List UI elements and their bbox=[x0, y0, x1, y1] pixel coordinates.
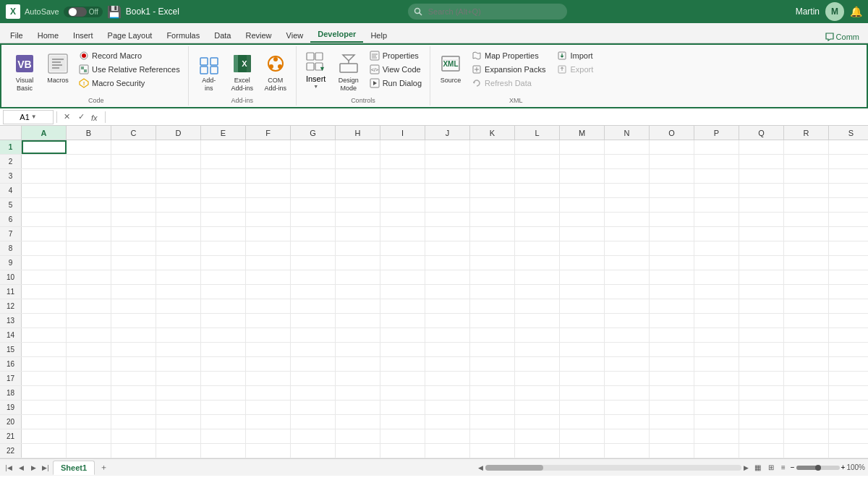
cell-B17[interactable] bbox=[67, 372, 111, 385]
import-button[interactable]: Import bbox=[553, 49, 597, 62]
cell-N3[interactable] bbox=[605, 169, 650, 183]
sheet-nav-prev[interactable]: ◀ bbox=[15, 462, 27, 474]
cell-N1[interactable] bbox=[605, 140, 650, 154]
cell-J19[interactable] bbox=[425, 401, 470, 414]
cell-R8[interactable] bbox=[784, 241, 829, 255]
cell-D14[interactable] bbox=[156, 328, 201, 342]
cell-P12[interactable] bbox=[694, 299, 739, 313]
cell-A12[interactable] bbox=[22, 299, 67, 313]
cell-C18[interactable] bbox=[111, 386, 156, 400]
cell-C15[interactable] bbox=[111, 343, 156, 356]
cell-F11[interactable] bbox=[246, 285, 291, 299]
cell-H15[interactable] bbox=[336, 343, 380, 356]
cell-S11[interactable] bbox=[829, 285, 868, 299]
cell-N2[interactable] bbox=[605, 155, 650, 168]
cell-L19[interactable] bbox=[515, 401, 560, 414]
cell-P7[interactable] bbox=[694, 227, 739, 241]
cell-L2[interactable] bbox=[515, 155, 560, 168]
cell-N6[interactable] bbox=[605, 213, 650, 226]
cell-Q14[interactable] bbox=[739, 328, 784, 342]
cell-O16[interactable] bbox=[650, 357, 694, 371]
cell-O14[interactable] bbox=[650, 328, 694, 342]
col-header-K[interactable]: K bbox=[470, 126, 515, 140]
cell-L6[interactable] bbox=[515, 213, 560, 226]
cell-N12[interactable] bbox=[605, 299, 650, 313]
cell-I11[interactable] bbox=[380, 285, 425, 299]
cell-C5[interactable] bbox=[111, 198, 156, 212]
cell-R1[interactable] bbox=[784, 140, 829, 154]
row-number-22[interactable]: 22 bbox=[0, 444, 22, 458]
cell-S20[interactable] bbox=[829, 415, 868, 429]
cell-H22[interactable] bbox=[336, 444, 380, 458]
row-number-19[interactable]: 19 bbox=[0, 401, 22, 414]
col-header-N[interactable]: N bbox=[605, 126, 650, 140]
macros-button[interactable]: Macros bbox=[42, 49, 74, 87]
cell-C8[interactable] bbox=[111, 241, 156, 255]
cell-A20[interactable] bbox=[22, 415, 67, 429]
cell-L20[interactable] bbox=[515, 415, 560, 429]
cell-J8[interactable] bbox=[425, 241, 470, 255]
cell-F18[interactable] bbox=[246, 386, 291, 400]
cell-H1[interactable] bbox=[336, 140, 380, 154]
cell-I20[interactable] bbox=[380, 415, 425, 429]
insert-button-top[interactable]: ▼ Insert bbox=[301, 49, 331, 84]
cell-G20[interactable] bbox=[291, 415, 336, 429]
cell-S3[interactable] bbox=[829, 169, 868, 183]
cell-B22[interactable] bbox=[67, 444, 111, 458]
cell-I5[interactable] bbox=[380, 198, 425, 212]
cell-E14[interactable] bbox=[201, 328, 246, 342]
cell-E21[interactable] bbox=[201, 429, 246, 443]
cell-Q6[interactable] bbox=[739, 213, 784, 226]
cell-K7[interactable] bbox=[470, 227, 515, 241]
cell-A9[interactable] bbox=[22, 256, 67, 270]
formula-input[interactable] bbox=[109, 110, 865, 124]
cell-D12[interactable] bbox=[156, 299, 201, 313]
cell-J18[interactable] bbox=[425, 386, 470, 400]
cell-L7[interactable] bbox=[515, 227, 560, 241]
cell-G1[interactable] bbox=[291, 140, 336, 154]
add-ins-button[interactable]: Add-ins bbox=[193, 49, 225, 95]
cell-K1[interactable] bbox=[470, 140, 515, 154]
cell-K15[interactable] bbox=[470, 343, 515, 356]
cell-Q9[interactable] bbox=[739, 256, 784, 270]
row-number-18[interactable]: 18 bbox=[0, 386, 22, 400]
cell-C3[interactable] bbox=[111, 169, 156, 183]
zoom-slider-handle[interactable] bbox=[815, 465, 821, 471]
row-number-12[interactable]: 12 bbox=[0, 299, 22, 313]
cell-B19[interactable] bbox=[67, 401, 111, 414]
cell-A7[interactable] bbox=[22, 227, 67, 241]
col-header-Q[interactable]: Q bbox=[739, 126, 784, 140]
cell-H7[interactable] bbox=[336, 227, 380, 241]
cell-R21[interactable] bbox=[784, 429, 829, 443]
cell-G2[interactable] bbox=[291, 155, 336, 168]
cell-S16[interactable] bbox=[829, 357, 868, 371]
cell-Q18[interactable] bbox=[739, 386, 784, 400]
cell-C13[interactable] bbox=[111, 314, 156, 328]
cell-Q15[interactable] bbox=[739, 343, 784, 356]
cell-P15[interactable] bbox=[694, 343, 739, 356]
cell-A2[interactable] bbox=[22, 155, 67, 168]
cell-J6[interactable] bbox=[425, 213, 470, 226]
cell-A13[interactable] bbox=[22, 314, 67, 328]
add-sheet-button[interactable]: ＋ bbox=[96, 461, 111, 475]
cell-I1[interactable] bbox=[380, 140, 425, 154]
row-number-5[interactable]: 5 bbox=[0, 198, 22, 212]
zoom-in-button[interactable]: + bbox=[841, 463, 846, 471]
cell-I7[interactable] bbox=[380, 227, 425, 241]
cell-E7[interactable] bbox=[201, 227, 246, 241]
row-number-7[interactable]: 7 bbox=[0, 227, 22, 241]
cell-L14[interactable] bbox=[515, 328, 560, 342]
user-avatar[interactable]: M bbox=[825, 2, 844, 21]
cell-J9[interactable] bbox=[425, 256, 470, 270]
cell-F3[interactable] bbox=[246, 169, 291, 183]
sheet-nav-last[interactable]: ▶| bbox=[40, 462, 51, 474]
cell-E1[interactable] bbox=[201, 140, 246, 154]
cell-R4[interactable] bbox=[784, 184, 829, 197]
cell-F10[interactable] bbox=[246, 270, 291, 284]
cell-M8[interactable] bbox=[560, 241, 605, 255]
cell-G15[interactable] bbox=[291, 343, 336, 356]
cell-E22[interactable] bbox=[201, 444, 246, 458]
cell-A16[interactable] bbox=[22, 357, 67, 371]
use-relative-button[interactable]: Use Relative References bbox=[75, 63, 184, 76]
cell-D1[interactable] bbox=[156, 140, 201, 154]
